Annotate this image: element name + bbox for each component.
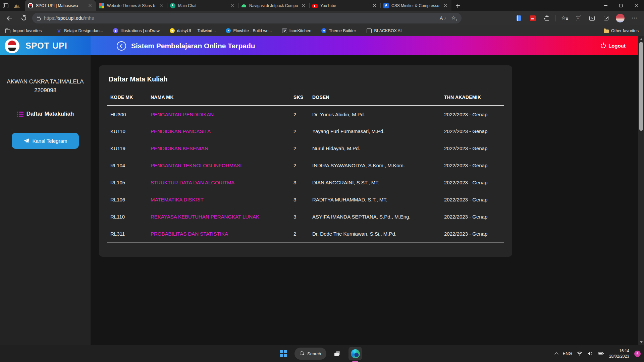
edge-app-button[interactable]: [348, 347, 362, 360]
tab-close-icon[interactable]: [158, 3, 164, 8]
header-back-button[interactable]: [117, 41, 126, 51]
course-name: STRUKTUR DATA DAN ALGORITMA: [147, 174, 290, 191]
lock-icon[interactable]: [37, 17, 41, 20]
settings-menu-button[interactable]: [629, 13, 640, 23]
notification-badge[interactable]: 6: [634, 351, 641, 357]
course-code: RL104: [107, 157, 147, 174]
course-name: PENGANTAR TEKNOLOGI INFORMASI: [147, 157, 290, 174]
volume-icon[interactable]: [587, 352, 593, 356]
workspace-logo-icon[interactable]: [11, 1, 23, 10]
other-favorites-button[interactable]: Other favorites: [604, 28, 639, 33]
favorite-item[interactable]: BLACKBOX AI: [366, 28, 401, 33]
math-solver-button[interactable]: [586, 13, 598, 23]
upi-logo-icon: [5, 39, 19, 53]
browser-tab[interactable]: SPOT UPI | Mahasiswa: [25, 0, 96, 11]
iconkitchen-icon: [282, 28, 287, 33]
sidebar-header: SPOT UPI: [0, 36, 91, 55]
browser-tab[interactable]: Main Chat: [167, 0, 238, 11]
tab-close-icon[interactable]: [87, 3, 93, 8]
toolbar-divider: [555, 15, 555, 21]
tab-actions-menu-button[interactable]: [0, 1, 11, 10]
column-header: THN AKADEMIK: [441, 91, 504, 106]
tab-close-icon[interactable]: [229, 3, 235, 8]
back-button[interactable]: [4, 13, 15, 23]
add-favorite-icon[interactable]: [451, 15, 457, 21]
profile-button[interactable]: [614, 13, 626, 23]
scroll-down-arrow-icon[interactable]: [640, 341, 643, 343]
mendeley-extension-button[interactable]: [527, 13, 538, 23]
course-sks: 3: [290, 208, 309, 225]
course-link[interactable]: PENGANTAR TEKNOLOGI INFORMASI: [151, 163, 241, 168]
browser-tab[interactable]: Website Themes & Skins b: [96, 0, 167, 11]
web-capture-icon: [604, 16, 608, 20]
course-link[interactable]: PENDIDIKAN KESENIAN: [151, 145, 208, 151]
taskbar-search[interactable]: Search: [294, 348, 326, 360]
reading-extension-button[interactable]: [513, 13, 524, 23]
task-view-button[interactable]: [331, 347, 344, 360]
favorite-item[interactable]: Flowbite - Build we...: [226, 28, 272, 33]
extensions-button[interactable]: [541, 13, 552, 23]
battery-icon[interactable]: [598, 352, 604, 355]
start-button[interactable]: [277, 347, 290, 360]
course-link[interactable]: PROBABILITAS DAN STATISTIKA: [151, 231, 228, 237]
favorites-list: Import favoritesBelajar Design dan...Ill…: [5, 28, 401, 34]
sidebar-item-daftar-matakuliah[interactable]: Daftar Matakuliah: [0, 111, 91, 117]
course-code: RL106: [107, 191, 147, 208]
course-year: 2022/2023 - Genap: [441, 191, 504, 208]
page-scrollbar[interactable]: [638, 36, 644, 345]
date: 28/02/2023: [609, 354, 629, 359]
browser-tab[interactable]: YouTube: [309, 0, 380, 11]
tab-title: Navigasi di Jetpack Compo: [249, 3, 298, 8]
browser-tab[interactable]: Navigasi di Jetpack Compo: [238, 0, 309, 11]
column-header: NAMA MK: [147, 91, 290, 106]
course-link[interactable]: MATEMATIKA DISKRIT: [151, 197, 204, 202]
refresh-button[interactable]: [18, 13, 30, 23]
search-label: Search: [307, 351, 321, 356]
collections-button[interactable]: [572, 13, 584, 23]
column-header: DOSEN: [309, 91, 441, 106]
browser-tab-strip: SPOT UPI | MahasiswaWebsite Themes & Ski…: [0, 0, 644, 11]
new-tab-button[interactable]: [453, 1, 462, 10]
course-code: KU110: [107, 123, 147, 140]
logout-button[interactable]: Logout: [601, 43, 626, 49]
course-row: RL311PROBABILITAS DAN STATISTIKA2Dr. Ded…: [107, 225, 504, 242]
course-year: 2022/2023 - Genap: [441, 140, 504, 157]
upi-favicon-icon: [28, 3, 33, 8]
course-link[interactable]: STRUKTUR DATA DAN ALGORITMA: [151, 180, 234, 185]
clock[interactable]: 16:14 28/02/2023: [609, 348, 629, 359]
maximize-button[interactable]: [613, 0, 629, 11]
tab-close-icon[interactable]: [301, 3, 306, 8]
wifi-icon[interactable]: [577, 352, 582, 356]
avatar: [616, 14, 625, 22]
favorite-item[interactable]: Belajar Design dan...: [57, 28, 103, 33]
minimize-button[interactable]: [598, 0, 613, 11]
scroll-up-arrow-icon[interactable]: [640, 38, 643, 40]
favorite-item[interactable]: daisyUI — Tailwind...: [170, 28, 216, 33]
favorite-item[interactable]: IconKitchen: [282, 28, 311, 33]
close-button[interactable]: [629, 0, 644, 11]
tab-close-icon[interactable]: [372, 3, 377, 8]
student-name: AKWAN CAKRA TAJIMALELA: [5, 77, 86, 86]
course-name: PROBABILITAS DAN STATISTIKA: [147, 225, 290, 242]
language-indicator[interactable]: ENG: [563, 351, 572, 356]
favorites-button[interactable]: [558, 13, 570, 23]
course-link[interactable]: PENDIDIKAN PANCASILA: [151, 128, 211, 134]
favorite-item[interactable]: Illustrations | unDraw: [113, 28, 160, 33]
tray-chevron-icon[interactable]: [554, 352, 558, 356]
browser-tab[interactable]: CSS Minifier & Compresso: [380, 0, 451, 11]
web-capture-button[interactable]: [600, 13, 612, 23]
course-link[interactable]: PENGANTAR PENDIDIKAN: [151, 112, 214, 117]
v-blue-icon: [57, 28, 62, 33]
read-aloud-icon[interactable]: [439, 15, 446, 21]
course-link[interactable]: REKAYASA KEBUTUHAN PERANGKAT LUNAK: [151, 214, 259, 220]
blackbox-icon: [367, 28, 372, 33]
course-code: KU119: [107, 140, 147, 157]
favorite-item[interactable]: Theme Builder: [321, 28, 356, 33]
app-header: Sistem Pembelajaran Online Terpadu Logou…: [91, 36, 644, 55]
favorite-label: IconKitchen: [289, 28, 311, 33]
tab-close-icon[interactable]: [443, 3, 448, 8]
address-bar[interactable]: https://spot.upi.edu/mhs: [32, 13, 462, 23]
favorite-item[interactable]: Import favorites: [5, 28, 42, 33]
scrollbar-thumb[interactable]: [639, 42, 643, 131]
telegram-channel-button[interactable]: Kanal Telegram: [12, 133, 79, 149]
